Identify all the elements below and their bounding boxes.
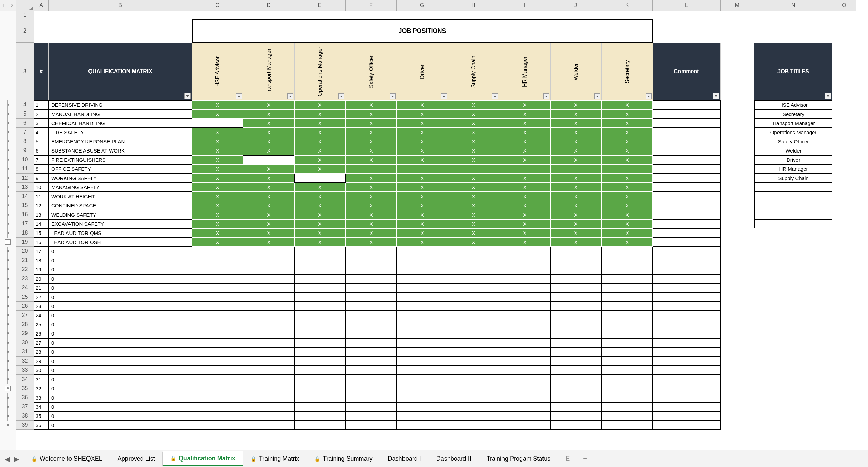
empty-x-18-6[interactable] [499,256,550,265]
comment-2[interactable] [653,109,721,119]
empty-name-36[interactable]: 0 [49,421,192,430]
empty-name-19[interactable]: 0 [49,265,192,274]
select-all-corner[interactable] [16,0,34,11]
qual-x-7-5[interactable]: X [448,155,499,164]
empty-x-24-5[interactable] [448,311,499,320]
qual-x-9-8[interactable]: X [601,174,653,183]
qual-x-5-8[interactable]: X [601,137,653,146]
empty-x-17-2[interactable] [294,247,346,256]
filter-button[interactable] [543,93,549,99]
qual-x-16-2[interactable]: X [294,238,346,247]
qual-x-14-7[interactable]: X [550,219,601,228]
row-header-12[interactable]: 12 [16,174,34,183]
empty-x-33-8[interactable] [601,393,653,402]
row-header-26[interactable]: 26 [16,302,34,311]
qual-x-2-5[interactable]: X [448,109,499,119]
qual-x-11-3[interactable]: X [346,192,397,201]
empty-x-31-5[interactable] [448,375,499,384]
empty-x-17-5[interactable] [448,247,499,256]
sheet-tab-1[interactable]: Approved List [110,452,163,466]
comment-14[interactable] [653,219,721,228]
col-header-I[interactable]: I [499,0,550,11]
qual-x-8-0[interactable]: X [192,164,243,174]
empty-comment-21[interactable] [653,283,721,292]
qual-x-10-3[interactable]: X [346,183,397,192]
qual-num-13[interactable]: 13 [34,210,49,219]
empty-x-29-6[interactable] [499,357,550,366]
qual-x-4-5[interactable]: X [448,128,499,137]
qual-name-1[interactable]: DEFENSIVE DRIVING [49,100,192,109]
empty-x-26-1[interactable] [243,329,294,338]
qual-name-12[interactable]: CONFINED SPACE [49,201,192,210]
qual-x-5-1[interactable]: X [243,137,294,146]
empty-x-26-3[interactable] [346,329,397,338]
empty-x-18-1[interactable] [243,256,294,265]
jobtitle-empty-0[interactable] [754,183,832,192]
empty-x-34-3[interactable] [346,402,397,411]
empty-x-17-3[interactable] [346,247,397,256]
empty-x-25-6[interactable] [499,320,550,329]
row-header-28[interactable]: 28 [16,320,34,329]
qual-x-12-0[interactable]: X [192,201,243,210]
comment-13[interactable] [653,210,721,219]
empty-num-34[interactable]: 34 [34,402,49,411]
qual-x-16-5[interactable]: X [448,238,499,247]
empty-name-18[interactable]: 0 [49,256,192,265]
row-header-16[interactable]: 16 [16,210,34,219]
empty-x-31-3[interactable] [346,375,397,384]
qual-x-10-1[interactable]: X [243,183,294,192]
empty-x-22-5[interactable] [448,292,499,302]
qual-x-6-8[interactable]: X [601,146,653,155]
col-header-C[interactable]: C [192,0,243,11]
empty-x-28-3[interactable] [346,347,397,357]
sheet-tab-7[interactable]: Training Progam Status [479,452,558,466]
empty-comment-33[interactable] [653,393,721,402]
empty-x-30-4[interactable] [397,366,448,375]
empty-x-18-4[interactable] [397,256,448,265]
jobtitle-empty-3[interactable] [754,210,832,219]
qual-x-10-4[interactable]: X [397,183,448,192]
qual-x-13-7[interactable]: X [550,210,601,219]
qual-x-2-2[interactable]: X [294,109,346,119]
qual-x-13-2[interactable]: X [294,210,346,219]
qual-x-10-2[interactable]: X [294,183,346,192]
empty-x-28-4[interactable] [397,347,448,357]
qual-x-9-2[interactable] [294,174,346,183]
row-header-34[interactable]: 34 [16,375,34,384]
empty-x-19-3[interactable] [346,265,397,274]
empty-x-21-5[interactable] [448,283,499,292]
qual-num-4[interactable]: 4 [34,128,49,137]
empty-name-23[interactable]: 0 [49,302,192,311]
empty-num-29[interactable]: 29 [34,357,49,366]
empty-x-31-8[interactable] [601,375,653,384]
qual-name-16[interactable]: LEAD AUDITOR OSH [49,238,192,247]
empty-x-25-0[interactable] [192,320,243,329]
empty-x-23-7[interactable] [550,302,601,311]
qual-x-15-7[interactable]: X [550,228,601,238]
row-header-3[interactable]: 3 [16,43,34,100]
empty-x-24-0[interactable] [192,311,243,320]
qual-x-2-0[interactable]: X [192,109,243,119]
row-header-15[interactable]: 15 [16,201,34,210]
row-header-25[interactable]: 25 [16,292,34,302]
qual-num-6[interactable]: 6 [34,146,49,155]
empty-x-33-5[interactable] [448,393,499,402]
qual-x-15-3[interactable]: X [346,228,397,238]
empty-x-36-6[interactable] [499,421,550,430]
empty-x-36-8[interactable] [601,421,653,430]
comment-10[interactable] [653,183,721,192]
col-header-M[interactable]: M [721,0,754,11]
qual-x-16-8[interactable]: X [601,238,653,247]
qual-x-3-5[interactable]: X [448,119,499,128]
empty-x-21-4[interactable] [397,283,448,292]
empty-x-33-6[interactable] [499,393,550,402]
row-header-9[interactable]: 9 [16,146,34,155]
empty-x-23-8[interactable] [601,302,653,311]
sheet-tab-0[interactable]: 🔒Welcome to SHEQXEL [24,452,110,466]
empty-x-26-5[interactable] [448,329,499,338]
qual-x-14-3[interactable]: X [346,219,397,228]
empty-x-21-2[interactable] [294,283,346,292]
row-header-8[interactable]: 8 [16,137,34,146]
row-header-14[interactable]: 14 [16,192,34,201]
empty-x-30-7[interactable] [550,366,601,375]
